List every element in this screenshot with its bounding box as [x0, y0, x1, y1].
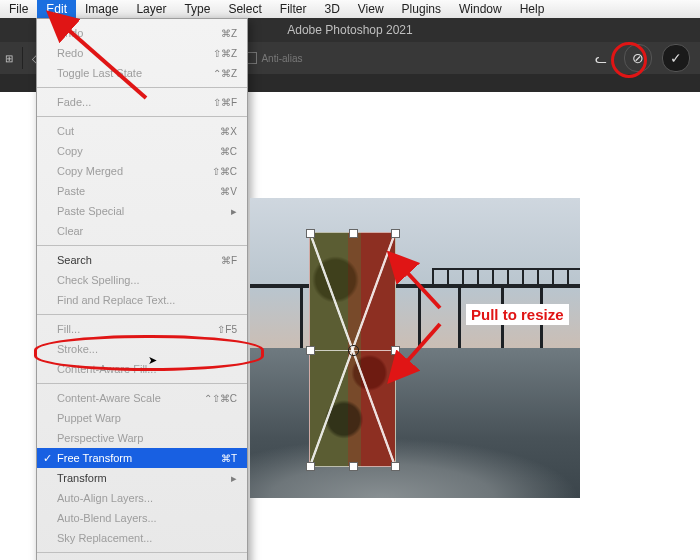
menu-item-search[interactable]: Search⌘F — [37, 250, 247, 270]
menu-item-copy: Copy⌘C — [37, 141, 247, 161]
menu-item-undo: Undo⌘Z — [37, 23, 247, 43]
menu-item-label: Undo — [57, 27, 83, 39]
menu-item-content-aware-scale: Content-Aware Scale⌃⇧⌘C — [37, 388, 247, 408]
menu-item-label: Puppet Warp — [57, 412, 121, 424]
menu-item-label: Sky Replacement... — [57, 532, 152, 544]
menu-item-label: Fade... — [57, 96, 91, 108]
menu-item-label: Copy — [57, 145, 83, 157]
submenu-indicator-icon: ▸ — [231, 205, 237, 218]
commit-transform-button[interactable]: ✓ — [662, 44, 690, 72]
menu-item-shortcut: ⌃⇧⌘C — [204, 393, 237, 404]
menu-item-shortcut: ⌘X — [220, 126, 237, 137]
menu-item-auto-blend-layers: Auto-Blend Layers... — [37, 508, 247, 528]
menu-item-fade: Fade...⇧⌘F — [37, 92, 247, 112]
annotation-label-pull: Pull to resize — [466, 304, 569, 325]
transform-handle-n[interactable] — [349, 229, 358, 238]
menu-item-shortcut: ⌘T — [221, 453, 237, 464]
menu-item-label: Transform — [57, 472, 107, 484]
edit-menu-dropdown: Undo⌘ZRedo⇧⌘ZToggle Last State⌃⌘ZFade...… — [36, 18, 248, 560]
menu-item-shortcut: ⇧F5 — [217, 324, 237, 335]
menu-item-paste: Paste⌘V — [37, 181, 247, 201]
transform-handle-s[interactable] — [349, 462, 358, 471]
menu-item-label: Clear — [57, 225, 83, 237]
menu-item-free-transform[interactable]: ✓Free Transform⌘T — [37, 448, 247, 468]
menubar-item-filter[interactable]: Filter — [271, 0, 316, 18]
antialias-label: Anti-alias — [261, 53, 302, 64]
menu-item-label: Free Transform — [57, 452, 132, 464]
menu-item-shortcut: ⇧⌘Z — [213, 48, 237, 59]
menu-item-find-and-replace-text: Find and Replace Text... — [37, 290, 247, 310]
menu-item-label: Toggle Last State — [57, 67, 142, 79]
transform-handle-se[interactable] — [391, 462, 400, 471]
menu-item-label: Fill... — [57, 323, 80, 335]
menu-item-label: Search — [57, 254, 92, 266]
menubar-item-view[interactable]: View — [349, 0, 393, 18]
menubar-item-select[interactable]: Select — [219, 0, 270, 18]
menubar-item-layer[interactable]: Layer — [127, 0, 175, 18]
menu-item-shortcut: ⌘V — [220, 186, 237, 197]
menu-item-label: Content-Aware Scale — [57, 392, 161, 404]
app-title: Adobe Photoshop 2021 — [287, 23, 412, 37]
transform-handle-nw[interactable] — [306, 229, 315, 238]
menu-item-shortcut: ⌘F — [221, 255, 237, 266]
menu-item-label: Perspective Warp — [57, 432, 143, 444]
menubar-item-3d[interactable]: 3D — [315, 0, 348, 18]
menu-item-label: Paste Special — [57, 205, 124, 217]
transform-reference-point[interactable] — [348, 345, 359, 356]
transform-handle-sw[interactable] — [306, 462, 315, 471]
menu-item-label: Auto-Blend Layers... — [57, 512, 157, 524]
free-transform-bounding-box[interactable] — [309, 232, 396, 467]
submenu-indicator-icon: ▸ — [231, 472, 237, 485]
menu-item-sky-replacement: Sky Replacement... — [37, 528, 247, 548]
transform-handle-w[interactable] — [306, 346, 315, 355]
menubar-item-edit[interactable]: Edit — [37, 0, 76, 18]
menu-item-redo: Redo⇧⌘Z — [37, 43, 247, 63]
menu-item-label: Copy Merged — [57, 165, 123, 177]
menu-item-shortcut: ⌘C — [220, 146, 237, 157]
menu-item-clear: Clear — [37, 221, 247, 241]
menu-item-copy-merged: Copy Merged⇧⌘C — [37, 161, 247, 181]
menu-item-label: Redo — [57, 47, 83, 59]
menubar-item-image[interactable]: Image — [76, 0, 127, 18]
transform-handle-ne[interactable] — [391, 229, 400, 238]
menu-item-shortcut: ⇧⌘C — [212, 166, 237, 177]
menubar-item-type[interactable]: Type — [175, 0, 219, 18]
annotation-highlight-menu-item — [34, 335, 264, 371]
menu-item-label: Cut — [57, 125, 74, 137]
annotation-highlight-commit — [611, 42, 647, 78]
menu-item-label: Paste — [57, 185, 85, 197]
grid-icon[interactable]: ⊞ — [0, 53, 18, 64]
os-menubar: FileEditImageLayerTypeSelectFilter3DView… — [0, 0, 700, 19]
menubar-item-plugins[interactable]: Plugins — [393, 0, 450, 18]
menu-item-toggle-last-state: Toggle Last State⌃⌘Z — [37, 63, 247, 83]
menu-item-shortcut: ⌘Z — [221, 28, 237, 39]
menu-item-shortcut: ⇧⌘F — [213, 97, 237, 108]
menubar-item-window[interactable]: Window — [450, 0, 511, 18]
menubar-item-file[interactable]: File — [0, 0, 37, 18]
menu-item-shortcut: ⌃⌘Z — [213, 68, 237, 79]
menu-item-check-spelling: Check Spelling... — [37, 270, 247, 290]
menu-item-label: Find and Replace Text... — [57, 294, 175, 306]
menubar-item-help[interactable]: Help — [511, 0, 554, 18]
document-canvas[interactable] — [250, 198, 580, 498]
menu-item-paste-special: Paste Special▸ — [37, 201, 247, 221]
menu-item-perspective-warp: Perspective Warp — [37, 428, 247, 448]
menu-item-label: Check Spelling... — [57, 274, 140, 286]
menu-item-auto-align-layers: Auto-Align Layers... — [37, 488, 247, 508]
menu-item-label: Auto-Align Layers... — [57, 492, 153, 504]
menu-item-puppet-warp: Puppet Warp — [37, 408, 247, 428]
transform-handle-e[interactable] — [391, 346, 400, 355]
menu-item-transform[interactable]: Transform▸ — [37, 468, 247, 488]
menu-item-cut: Cut⌘X — [37, 121, 247, 141]
